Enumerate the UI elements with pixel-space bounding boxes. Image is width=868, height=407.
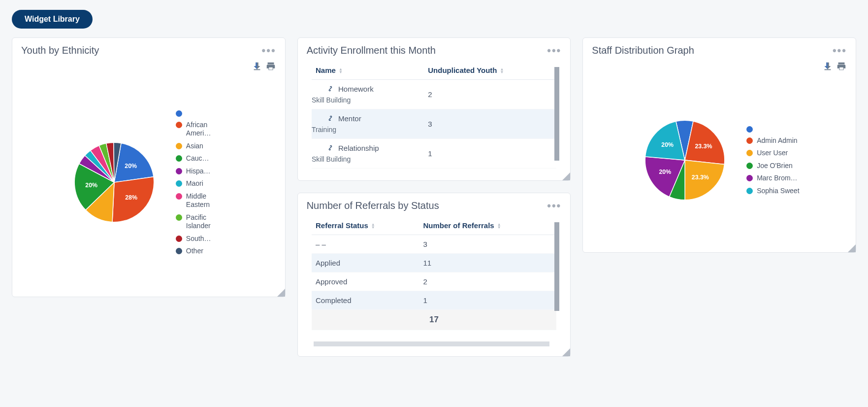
scrollbar[interactable] — [554, 222, 559, 311]
referral-number-cell: 1 — [419, 291, 556, 310]
table-row[interactable]: Completed1 — [312, 291, 556, 310]
legend-label: User User — [757, 149, 788, 158]
link-icon — [326, 114, 334, 124]
staff-pie-chart: 23.3%23.3%20%20% — [638, 113, 732, 207]
column-header-number[interactable]: Number of Referrals▲▼ — [419, 216, 556, 235]
legend-item[interactable]: Cauc… — [176, 154, 230, 163]
sort-icon[interactable]: ▲▼ — [339, 68, 343, 74]
resize-handle[interactable] — [277, 289, 285, 297]
card-title: Number of Referrals by Status — [307, 200, 439, 211]
legend-item[interactable] — [746, 125, 801, 133]
pie-slice-label: 20% — [85, 182, 97, 189]
legend-swatch — [176, 248, 182, 254]
legend-item[interactable]: User User — [746, 149, 801, 158]
legend-label: Joe O'Brien — [757, 162, 793, 170]
activity-name-cell[interactable]: MentorTraining — [312, 109, 424, 139]
dashboard-column-2: Activity Enrollment this Month ••• Name▲… — [297, 37, 571, 357]
legend-swatch — [746, 150, 753, 156]
legend-label: Marc Brom… — [757, 174, 797, 183]
legend-label: Pacific Islander — [186, 213, 230, 231]
pie-slice-label: 23.3% — [692, 174, 709, 181]
legend-item[interactable]: Middle Eastern — [176, 192, 230, 209]
legend-swatch — [176, 180, 182, 187]
legend-item[interactable]: Sophia Sweet — [746, 187, 801, 196]
download-icon[interactable] — [822, 61, 833, 72]
legend-swatch — [176, 110, 182, 117]
table-row[interactable]: – –3 — [312, 235, 556, 254]
horizontal-scrollbar[interactable] — [314, 341, 550, 346]
legend-swatch — [176, 168, 182, 174]
legend-item[interactable]: Other — [176, 247, 230, 256]
legend-item[interactable]: Joe O'Brien — [746, 162, 801, 170]
legend-item[interactable]: Marc Brom… — [746, 174, 801, 183]
sort-icon[interactable]: ▲▼ — [500, 68, 504, 74]
pie-slice-label: 20% — [125, 163, 137, 170]
resize-handle[interactable] — [562, 348, 570, 356]
pie-slice-label: 28% — [125, 194, 137, 201]
legend-swatch — [746, 126, 753, 133]
activity-name-cell[interactable]: RelationshipSkill Building — [312, 139, 424, 169]
download-icon[interactable] — [252, 61, 262, 72]
legend-item[interactable]: Maori — [176, 179, 230, 188]
legend-label: Asian — [186, 142, 203, 151]
referral-number-cell: 11 — [419, 254, 556, 272]
legend-item[interactable] — [176, 109, 230, 117]
activity-value-cell: 1 — [424, 139, 556, 169]
legend-item[interactable]: African Ameri… — [176, 121, 230, 138]
dashboard-column-3: Staff Distribution Graph ••• 23.3%23.3%2… — [582, 37, 856, 253]
print-icon[interactable] — [265, 61, 276, 72]
legend-swatch — [746, 175, 753, 181]
referral-status-cell: – – — [312, 235, 419, 254]
legend-label: Other — [186, 247, 203, 256]
legend-swatch — [176, 193, 182, 200]
print-icon[interactable] — [836, 61, 847, 72]
pie-slice-label: 23.3% — [695, 143, 712, 150]
pie-slice-label: 20% — [661, 141, 674, 148]
column-header-name[interactable]: Name▲▼ — [312, 61, 424, 80]
legend-label: Cauc… — [186, 154, 209, 163]
scrollbar[interactable] — [554, 67, 559, 161]
sort-icon[interactable]: ▲▼ — [371, 223, 375, 229]
column-header-unduplicated[interactable]: Unduplicated Youth▲▼ — [424, 61, 556, 80]
legend-label: Maori — [186, 179, 203, 188]
table-row[interactable]: Approved2 — [312, 272, 556, 291]
youth-by-ethnicity-card: Youth by Ethnicity ••• 20%28%20% African… — [12, 37, 286, 297]
legend-label: Middle Eastern — [186, 192, 230, 209]
dashboard-column-1: Youth by Ethnicity ••• 20%28%20% African… — [12, 37, 286, 297]
activity-value-cell: 3 — [424, 109, 556, 139]
legend-label: Sophia Sweet — [757, 187, 799, 196]
legend-item[interactable]: South… — [176, 235, 230, 243]
legend-item[interactable]: Pacific Islander — [176, 213, 230, 231]
youth-pie-chart: 20%28%20% — [67, 136, 161, 229]
legend-swatch — [176, 214, 182, 221]
legend-item[interactable]: Hispa… — [176, 167, 230, 176]
table-row[interactable]: HomeworkSkill Building2 — [312, 80, 556, 109]
resize-handle[interactable] — [848, 244, 856, 252]
resize-handle[interactable] — [562, 172, 570, 180]
activity-name-cell[interactable]: HomeworkSkill Building — [312, 80, 424, 109]
card-title: Staff Distribution Graph — [592, 45, 694, 56]
legend-label: African Ameri… — [186, 121, 230, 138]
activity-value-cell: 2 — [424, 80, 556, 109]
legend-label: Hispa… — [186, 167, 211, 176]
referrals-table: Referral Status▲▼ Number of Referrals▲▼ … — [312, 216, 556, 330]
sort-icon[interactable]: ▲▼ — [497, 223, 501, 229]
table-row[interactable]: RelationshipSkill Building1 — [312, 139, 556, 169]
legend-item[interactable]: Admin Admin — [746, 136, 801, 145]
widget-library-button[interactable]: Widget Library — [12, 10, 93, 29]
link-icon — [326, 144, 334, 153]
pie-slice-label: 20% — [659, 169, 672, 175]
activity-table: Name▲▼ Unduplicated Youth▲▼ HomeworkSkil… — [312, 61, 556, 169]
legend-swatch — [746, 137, 753, 144]
staff-distribution-card: Staff Distribution Graph ••• 23.3%23.3%2… — [582, 37, 856, 253]
legend-swatch — [746, 188, 753, 194]
table-row[interactable]: MentorTraining3 — [312, 109, 556, 139]
column-header-status[interactable]: Referral Status▲▼ — [312, 216, 419, 235]
table-row[interactable]: Applied11 — [312, 254, 556, 272]
legend-label: South… — [186, 235, 211, 243]
referral-status-cell: Completed — [312, 291, 419, 310]
legend-item[interactable]: Asian — [176, 142, 230, 151]
dashboard-grid: Youth by Ethnicity ••• 20%28%20% African… — [12, 37, 856, 357]
referral-status-cell: Approved — [312, 272, 419, 291]
referral-number-cell: 3 — [419, 235, 556, 254]
